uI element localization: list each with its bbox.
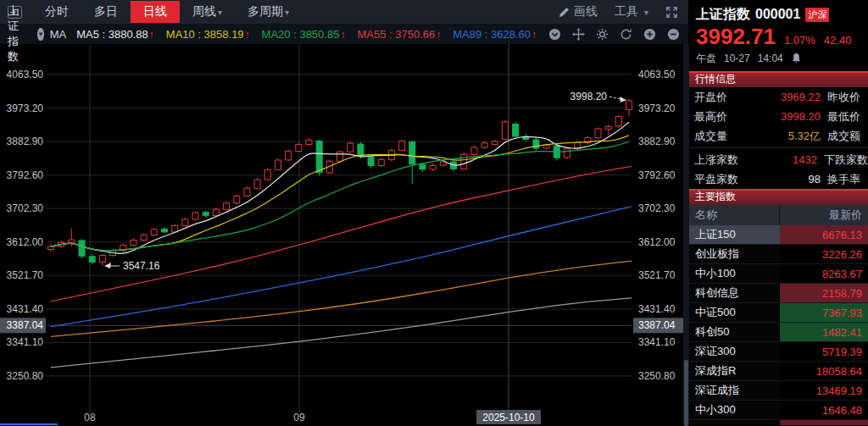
index-name: 上证指数 [696, 6, 750, 24]
svg-text:3612.00: 3612.00 [638, 236, 676, 248]
settings-gear-icon[interactable] [596, 28, 609, 41]
quote-time: 14:04 [758, 53, 783, 64]
pan-icon[interactable] [572, 28, 585, 41]
tools-button[interactable]: 工具 ▾ [615, 4, 648, 19]
svg-text:3387.04: 3387.04 [638, 319, 676, 331]
index-row-中证500[interactable]: 中证5007367.93 [689, 303, 868, 323]
info-label-2: 下跌家数 [824, 152, 868, 168]
index-row-中小300[interactable]: 中小3001646.48 [689, 401, 868, 420]
index-name-cell: 创业板指 [689, 245, 780, 263]
index-code: 000001 [755, 7, 800, 22]
svg-text:3521.70: 3521.70 [7, 269, 44, 281]
ma-label: MA [50, 28, 67, 41]
col-price-header: 最新价 [780, 207, 868, 223]
info-label-2: 成交额 [827, 129, 860, 144]
fullscreen-icon[interactable] [665, 6, 678, 19]
quote-panel: 上证指数 000001 沪深 3992.71 1.07% 42.40 午盘 10… [689, 0, 868, 426]
svg-text:3431.40: 3431.40 [638, 303, 676, 315]
index-name-cell: 深成指R [689, 362, 780, 380]
ma-value-ma5: MA5 : 3880.88↑ [76, 28, 154, 41]
index-row-上证150[interactable]: 上证1506676.13 [689, 225, 868, 245]
chart-toolbar: 分时 多日 日线 周线▾ 多周期▾ 画线 工具 ▾ [0, 0, 688, 24]
index-price-cell: 8263.67 [780, 264, 868, 283]
ma-values-group: MA5 : 3880.88↑MA10 : 3858.19↑MA20 : 3850… [76, 28, 548, 41]
svg-text:08: 08 [84, 412, 96, 423]
info-label-2: 最低价 [827, 109, 860, 124]
bell-icon[interactable] [791, 53, 802, 65]
index-row-中小100[interactable]: 中小1008263.67 [689, 264, 868, 284]
collapse-legend-icon[interactable] [548, 28, 561, 41]
index-row-科创50[interactable]: 科创501482.41 [689, 323, 868, 342]
info-value: 1432 [747, 153, 817, 166]
svg-text:3973.20: 3973.20 [638, 102, 676, 114]
index-row-深成指R[interactable]: 深成指R18058.64 [689, 362, 868, 381]
index-price-cell: 7367.93 [780, 303, 868, 322]
info-row: 成交量5.32亿成交额 [689, 126, 868, 146]
tab-timeshare[interactable]: 分时 [32, 1, 81, 23]
info-label: 平盘家数 [694, 172, 748, 187]
ma-dropdown-icon[interactable]: ▾ [37, 28, 43, 41]
last-price: 3992.71 [696, 24, 776, 50]
tab-weekly-label: 周线 [192, 4, 216, 18]
chevron-down-icon: ▾ [218, 8, 222, 17]
index-name-cell: 中小300 [689, 401, 780, 419]
svg-text:3387.04: 3387.04 [7, 319, 44, 331]
ma-value-ma10: MA10 : 3858.19↑ [166, 28, 250, 41]
up-arrow-icon: ↑ [531, 29, 537, 41]
svg-text:3882.90: 3882.90 [7, 136, 44, 147]
info-label-2: 换手率 [827, 172, 860, 187]
info-value: 5.32亿 [748, 129, 821, 144]
tab-multiperiod[interactable]: 多周期▾ [235, 1, 302, 23]
svg-text:3702.30: 3702.30 [638, 202, 676, 214]
index-row-科创信息[interactable]: 科创信息2158.79 [689, 284, 868, 303]
svg-text:3341.10: 3341.10 [7, 336, 44, 348]
tab-daily[interactable]: 日线 [131, 1, 180, 23]
zoom-in-icon[interactable] [643, 28, 656, 41]
ma-value-ma55: MA55 : 3750.66↑ [357, 28, 441, 41]
svg-text:3431.40: 3431.40 [7, 303, 44, 315]
info-value: 3969.22 [748, 91, 821, 103]
index-price-cell: 2158.79 [780, 284, 868, 302]
index-row-创业板指[interactable]: 创业板指3226.26 [689, 245, 868, 264]
horizontal-scroll-indicator[interactable] [0, 423, 58, 425]
index-price-cell: 5719.39 [780, 342, 868, 361]
partial-next-row [689, 420, 868, 425]
index-row-深证成指[interactable]: 深证成指13469.19 [689, 381, 868, 401]
index-price-cell: 6676.13 [780, 225, 868, 244]
draw-line-label: 画线 [574, 4, 598, 19]
info-value: 98 [748, 173, 821, 185]
svg-text:2025-10-10: 2025-10-10 [482, 412, 535, 423]
scrollbar-thumb[interactable] [684, 360, 688, 426]
up-arrow-icon: ↑ [340, 29, 345, 41]
tab-weekly[interactable]: 周线▾ [180, 1, 235, 23]
candlestick-chart[interactable]: 4063.504063.503973.203973.203882.903882.… [0, 44, 688, 426]
tab-multiday[interactable]: 多日 [81, 1, 131, 23]
info-row: 平盘家数98换手率 [689, 169, 868, 189]
divider [689, 147, 868, 148]
index-name-cell: 科创信息 [689, 284, 780, 302]
svg-text:3792.60: 3792.60 [7, 169, 44, 181]
info-row: 开盘价3969.22昨收价 [689, 87, 868, 107]
svg-text:3882.90: 3882.90 [638, 136, 676, 147]
quote-header: 上证指数 000001 沪深 3992.71 1.07% 42.40 午盘 10… [689, 0, 868, 66]
toolbar-right-group: 画线 工具 ▾ [559, 4, 688, 19]
vertical-scrollbar[interactable] [683, 44, 689, 426]
index-price-cell: 13469.19 [780, 381, 868, 400]
indices-table-header: 名称 最新价 [689, 205, 868, 225]
index-name-cell: 科创50 [689, 323, 780, 341]
svg-text:3250.80: 3250.80 [638, 370, 676, 382]
ma-value-ma89: MA89 : 3628.60↑ [453, 28, 537, 41]
section-major-indices: 主要指数 [689, 189, 868, 205]
refresh-icon[interactable] [620, 28, 632, 41]
index-row-深证300[interactable]: 深证3005719.39 [689, 342, 868, 362]
up-arrow-icon: ↑ [436, 29, 441, 41]
zoom-out-icon[interactable] [667, 28, 680, 41]
info-label-2: 昨收价 [827, 90, 860, 105]
tools-label: 工具 [615, 4, 638, 19]
index-price-cell: 18058.64 [780, 362, 868, 380]
pencil-icon [559, 7, 570, 18]
index-name-cell: 深证成指 [689, 381, 780, 400]
svg-text:4063.50: 4063.50 [638, 69, 676, 80]
draw-line-button[interactable]: 画线 [559, 4, 598, 19]
index-name-cell: 中证500 [689, 303, 780, 322]
